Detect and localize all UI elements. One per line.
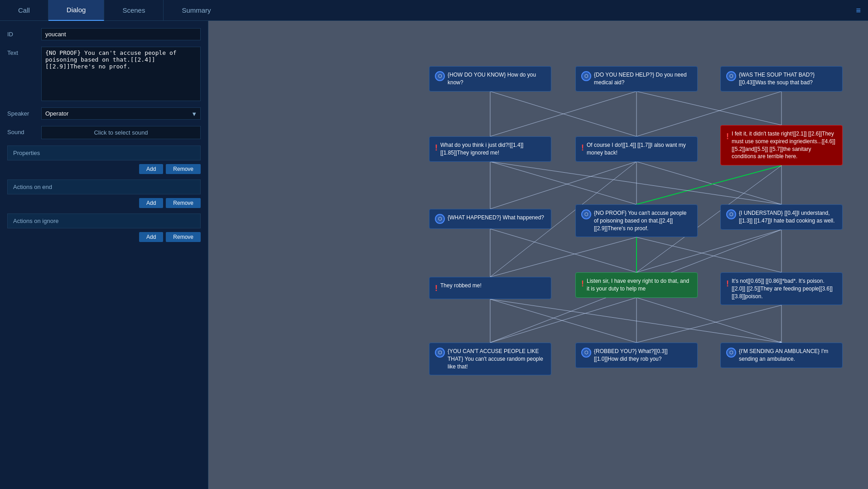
- node-text: {NO PROOF} You can't accuse people of po…: [594, 209, 692, 232]
- node-avatar-icon: [435, 348, 445, 358]
- svg-line-4: [637, 92, 781, 125]
- node-text: They robbed me!: [440, 282, 482, 290]
- exclamation-icon: !: [581, 278, 584, 290]
- speaker-field-row: Speaker Operator Player ▼: [7, 107, 201, 120]
- svg-line-21: [490, 299, 637, 343]
- dialog-node-n2[interactable]: {DO YOU NEED HELP?} Do you need medical …: [575, 66, 698, 92]
- id-label: ID: [7, 28, 41, 38]
- node-text: {YOU CAN'T ACCUSE PEOPLE LIKE THAT} You …: [448, 348, 545, 370]
- actions-end-section-header[interactable]: Actions on end: [7, 179, 201, 194]
- main-layout: ID Text Speaker Operator Player ▼ Sound …: [0, 21, 868, 489]
- id-field-row: ID: [7, 28, 201, 40]
- node-text: {DO YOU NEED HELP?} Do you need medical …: [594, 71, 692, 87]
- dialog-node-n14[interactable]: {ROBBED YOU?} What?[[0.3]] [[1.0]]How di…: [575, 343, 698, 368]
- node-avatar-icon: [581, 209, 591, 219]
- sound-label: Sound: [7, 126, 41, 136]
- properties-add-button[interactable]: Add: [139, 164, 163, 174]
- dialog-node-n8[interactable]: {NO PROOF} You can't accuse people of po…: [575, 204, 698, 237]
- tab-dialog[interactable]: Dialog: [48, 0, 105, 21]
- svg-line-2: [490, 92, 637, 136]
- dialog-node-n12[interactable]: !It's not[[0.65]] [[0.86]]*bad*. It's po…: [720, 272, 843, 305]
- svg-line-17: [637, 237, 781, 272]
- svg-line-32: [490, 299, 781, 343]
- actions-end-remove-button[interactable]: Remove: [166, 198, 201, 208]
- tab-scenes[interactable]: Scenes: [104, 0, 164, 21]
- svg-line-1: [490, 92, 637, 136]
- node-avatar-icon: [726, 71, 736, 81]
- node-text: {I'M SENDING AN AMBULANCE} I'm sending a…: [739, 348, 837, 363]
- speaker-label: Speaker: [7, 107, 41, 117]
- svg-line-15: [490, 237, 637, 277]
- actions-ignore-actions: Add Remove: [7, 232, 201, 242]
- node-text: {I UNDERSTAND} [[0.4]]I understand,[[1.3…: [739, 209, 837, 225]
- node-text: Listen sir, I have every right to do tha…: [587, 277, 692, 293]
- dialog-node-n10[interactable]: !They robbed me!: [429, 277, 551, 299]
- svg-line-11: [637, 162, 781, 204]
- dialog-node-n6[interactable]: !I felt it, it didn't taste right![[2.1]…: [720, 125, 843, 165]
- dialog-node-n15[interactable]: {I'M SENDING AN AMBULANCE} I'm sending a…: [720, 343, 843, 368]
- dialog-node-n4[interactable]: !What do you think i just did?![[1.4]] […: [429, 136, 551, 162]
- tab-summary[interactable]: Summary: [164, 0, 229, 21]
- exclamation-icon: !: [726, 131, 729, 142]
- canvas-area[interactable]: {HOW DO YOU KNOW} How do you know?{DO YO…: [208, 21, 868, 489]
- properties-section-header[interactable]: Properties: [7, 145, 201, 160]
- text-label: Text: [7, 47, 41, 56]
- node-text: I felt it, it didn't taste right![[2.1]]…: [732, 130, 837, 160]
- id-input[interactable]: [41, 28, 201, 40]
- node-text: It's not[[0.65]] [[0.86]]*bad*. It's poi…: [732, 277, 837, 300]
- dialog-node-n5[interactable]: !Of course I do![[1.4]] [[1.7]]I also wa…: [575, 136, 698, 162]
- node-text: {HOW DO YOU KNOW} How do you know?: [448, 71, 545, 87]
- dialog-node-n7[interactable]: {WHAT HAPPENED?} What happened?: [429, 209, 551, 229]
- text-textarea[interactable]: [41, 47, 201, 101]
- speaker-select-wrapper: Operator Player ▼: [41, 107, 201, 120]
- svg-line-22: [490, 298, 637, 343]
- svg-line-8: [490, 162, 637, 204]
- sound-select-button[interactable]: Click to select sound: [41, 126, 201, 139]
- exclamation-icon: !: [435, 142, 438, 154]
- dialog-node-n9[interactable]: {I UNDERSTAND} [[0.4]]I understand,[[1.3…: [720, 204, 843, 230]
- dialog-node-n3[interactable]: {WAS THE SOUP THAT BAD?} [[0.43]]Was the…: [720, 66, 843, 92]
- exclamation-icon: !: [726, 278, 729, 290]
- node-text: {WAS THE SOUP THAT BAD?} [[0.43]]Was the…: [739, 71, 837, 87]
- actions-ignore-remove-button[interactable]: Remove: [166, 232, 201, 242]
- dialog-node-n11[interactable]: !Listen sir, I have every right to do th…: [575, 272, 698, 298]
- node-avatar-icon: [726, 209, 736, 219]
- node-avatar-icon: [581, 348, 591, 358]
- left-panel: ID Text Speaker Operator Player ▼ Sound …: [0, 21, 208, 489]
- actions-end-actions: Add Remove: [7, 198, 201, 208]
- exclamation-icon: !: [581, 142, 584, 154]
- node-avatar-icon: [726, 348, 736, 358]
- header: Call Dialog Scenes Summary ≡: [0, 0, 868, 21]
- actions-ignore-add-button[interactable]: Add: [139, 232, 163, 242]
- actions-end-add-button[interactable]: Add: [139, 198, 163, 208]
- actions-ignore-section-header[interactable]: Actions on ignore: [7, 213, 201, 228]
- svg-line-27: [490, 162, 781, 204]
- speaker-select[interactable]: Operator Player: [41, 107, 201, 120]
- node-text: Of course I do![[1.4]] [[1.7]]I also wan…: [587, 141, 692, 157]
- node-avatar-icon: [435, 214, 445, 224]
- menu-icon[interactable]: ≡: [856, 5, 861, 15]
- properties-remove-button[interactable]: Remove: [166, 164, 201, 174]
- svg-line-12: [637, 165, 781, 204]
- svg-line-25: [637, 305, 781, 343]
- node-avatar-icon: [581, 71, 591, 81]
- node-text: What do you think i just did?![[1.4]] [[…: [440, 141, 545, 157]
- node-text: {ROBBED YOU?} What?[[0.3]] [[1.0]]How di…: [594, 348, 692, 363]
- node-avatar-icon: [435, 71, 445, 81]
- properties-actions: Add Remove: [7, 164, 201, 174]
- exclamation-icon: !: [435, 283, 438, 294]
- node-text: {WHAT HAPPENED?} What happened?: [448, 214, 544, 222]
- svg-line-9: [490, 162, 637, 209]
- dialog-node-n1[interactable]: {HOW DO YOU KNOW} How do you know?: [429, 66, 551, 92]
- text-field-row: Text: [7, 47, 201, 101]
- dialog-node-n13[interactable]: {YOU CAN'T ACCUSE PEOPLE LIKE THAT} You …: [429, 343, 551, 375]
- sound-field-row: Sound Click to select sound: [7, 126, 201, 139]
- tab-call[interactable]: Call: [0, 0, 48, 21]
